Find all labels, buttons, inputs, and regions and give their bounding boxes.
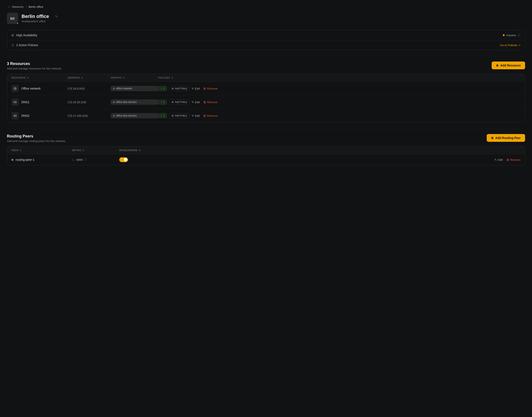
add-routing-peer-button[interactable]: ⊕ Add Routing Peer: [487, 134, 525, 142]
group-name-0: office-network: [116, 87, 132, 90]
resource-icon-2: [11, 112, 19, 119]
metric-arrows-icon-0: ↑↓: [72, 158, 75, 161]
metric-value-0: 9999: [76, 158, 83, 161]
header-text: Berlin office headquarters office: [21, 14, 49, 23]
resource-sort-icon[interactable]: ⇅: [27, 77, 29, 79]
resource-address-0: 172.16.0.0/15: [68, 87, 111, 90]
group-tag-icon-0: ⊟: [113, 87, 115, 90]
policies-label: 2 Active Policies: [16, 43, 38, 47]
resource-groups-2: ⊟ office-dns-servers: [111, 113, 158, 118]
resource-row-1: DNS1 172.16.30.2/32 ⊟ office-dns-servers…: [7, 95, 525, 109]
add-policy-icon-0: ⊕: [172, 87, 174, 90]
group-tag-1: ⊟ office-dns-servers: [111, 100, 158, 105]
add-resource-label: Add Resource: [500, 64, 521, 67]
col-address-label: ADDRESS: [68, 76, 80, 79]
resource-row-actions-2: ✎ Edit 🗑 Remove: [192, 114, 218, 117]
add-policy-button-0[interactable]: ⊕ Add Policy: [169, 86, 189, 91]
peer-remove-button-0[interactable]: 🗑 Remove: [506, 158, 521, 161]
resource-policies-0: ○ 1 ⊕ Add Policy ✎ Edit 🗑 Remove: [158, 86, 521, 91]
peer-sort-icon[interactable]: ⇅: [20, 149, 21, 152]
peers-table-header: PEER ⇅ METRIC ⇅ MASQUERADE ⇅: [7, 146, 525, 154]
add-policy-label-2: Add Policy: [175, 114, 187, 117]
col-policies: POLICIES ⇅: [158, 76, 521, 79]
group-tag-icon-1: ⊟: [113, 101, 115, 103]
policy-count-val-1: 1: [163, 101, 165, 104]
policies-row: ⊙ 2 Active Policies Go to Policies ↗: [7, 40, 525, 50]
edit-label-0: Edit: [195, 87, 200, 90]
add-policy-button-1[interactable]: ⊕ Add Policy: [169, 100, 189, 105]
breadcrumb-separator: >: [25, 5, 27, 8]
add-policy-icon-1: ⊕: [172, 101, 174, 104]
inactive-status-dot: [503, 34, 505, 36]
resource-row-actions-1: ✎ Edit 🗑 Remove: [192, 101, 218, 104]
high-availability-status: Inactive: [506, 34, 516, 37]
resource-address-1: 172.16.30.2/32: [68, 101, 111, 104]
resource-name-0: Office network: [21, 87, 41, 90]
resource-policies-2: ○ 1 ⊕ Add Policy ✎ Edit 🗑 Remove: [158, 113, 521, 118]
policy-count-icon-0: ○: [161, 87, 162, 90]
resources-table-header: RESOURCE ⇅ ADDRESS ⇅ GROUPS ⇅ POLICIES ⇅: [7, 74, 525, 82]
resource-remove-button-2[interactable]: 🗑 Remove: [203, 114, 217, 117]
add-peer-label: Add Routing Peer: [495, 136, 521, 140]
policies-label-group: ⊙ 2 Active Policies: [11, 43, 38, 47]
resource-edit-button-2[interactable]: ✎ Edit: [192, 114, 200, 117]
policies-sort-icon[interactable]: ⇅: [171, 77, 173, 79]
peers-section-header: Routing Peers Add and manage routing pee…: [7, 134, 525, 143]
address-sort-icon[interactable]: ⇅: [81, 77, 83, 79]
resources-section-text: 3 Resources Add and manage resources for…: [7, 62, 62, 70]
shield-icon: ⊙: [11, 43, 14, 47]
policy-count-icon-1: ○: [161, 101, 162, 104]
edit-network-button[interactable]: ✎: [55, 14, 58, 19]
peers-subtitle: Add and manage routing peers for this ne…: [7, 139, 66, 143]
breadcrumb-current: Berlin office: [29, 5, 43, 8]
resource-edit-button-0[interactable]: ✎ Edit: [192, 87, 200, 90]
peer-edit-label-0: Edit: [498, 158, 503, 161]
peer-metric-0: ↑↓ 9999 ⓘ: [72, 158, 119, 161]
col-resource-label: RESOURCE: [11, 76, 26, 79]
add-peer-plus-icon: ⊕: [491, 136, 494, 140]
policies-link-group: Go to Policies ↗: [500, 44, 521, 47]
svg-point-7: [14, 103, 14, 103]
groups-sort-icon[interactable]: ⇅: [123, 77, 125, 79]
resource-remove-button-0[interactable]: 🗑 Remove: [203, 87, 217, 90]
col-masquerade-label: MASQUERADE: [119, 149, 138, 152]
resource-remove-button-1[interactable]: 🗑 Remove: [203, 101, 217, 104]
edit-label-2: Edit: [195, 114, 200, 117]
policy-count-val-2: 1: [163, 114, 165, 117]
col-groups: GROUPS ⇅: [111, 76, 158, 79]
resource-name-2: DNS2: [21, 114, 29, 117]
peer-row-right-0: ✎ Edit 🗑 Remove: [119, 157, 521, 162]
resources-section-header: 3 Resources Add and manage resources for…: [7, 62, 525, 70]
high-availability-label-group: ⊟ High Availability: [11, 33, 37, 37]
peer-row-0: routing-peer-1 ↑↓ 9999 ⓘ ✎ Edit 🗑: [7, 154, 525, 165]
breadcrumb-networks-icon: ⌥: [7, 5, 10, 8]
edit-icon-1: ✎: [192, 101, 194, 104]
resource-name-1: DNS1: [21, 100, 29, 104]
high-availability-status-group: Inactive ⓘ: [503, 33, 521, 37]
breadcrumb-networks[interactable]: Networks: [12, 5, 23, 8]
resource-name-cell-2: DNS2: [11, 112, 68, 119]
masquerade-toggle-0[interactable]: [119, 157, 128, 162]
edit-label-1: Edit: [195, 101, 200, 104]
add-policy-button-2[interactable]: ⊕ Add Policy: [169, 113, 189, 118]
go-to-policies-link[interactable]: Go to Policies ↗: [500, 44, 521, 47]
col-peer: PEER ⇅: [11, 149, 72, 152]
resource-name-cell-0: Office network: [11, 85, 68, 92]
high-availability-label: High Availability: [16, 33, 37, 37]
add-resource-button[interactable]: ⊕ Add Resource: [492, 62, 525, 69]
add-policy-label-0: Add Policy: [175, 87, 187, 90]
breadcrumb: ⌥ Networks > Berlin office: [7, 5, 525, 8]
metric-sort-icon[interactable]: ⇅: [83, 149, 85, 152]
masquerade-sort-icon[interactable]: ⇅: [139, 149, 141, 152]
resource-groups-1: ⊟ office-dns-servers: [111, 100, 158, 105]
policy-count-1: ○ 1: [158, 100, 167, 105]
resource-row-actions-0: ✎ Edit 🗑 Remove: [192, 87, 218, 90]
svg-point-11: [14, 116, 14, 116]
resource-row-2: DNS2 172.17.100.2/32 ⊟ office-dns-server…: [7, 109, 525, 122]
peer-name-0: routing-peer-1: [16, 158, 34, 161]
resource-edit-button-1[interactable]: ✎ Edit: [192, 101, 200, 104]
network-subtitle: headquarters office: [21, 20, 49, 23]
col-masquerade: MASQUERADE ⇅: [119, 149, 521, 152]
resources-subtitle: Add and manage resources for this networ…: [7, 67, 62, 70]
peer-edit-button-0[interactable]: ✎ Edit: [494, 158, 503, 161]
